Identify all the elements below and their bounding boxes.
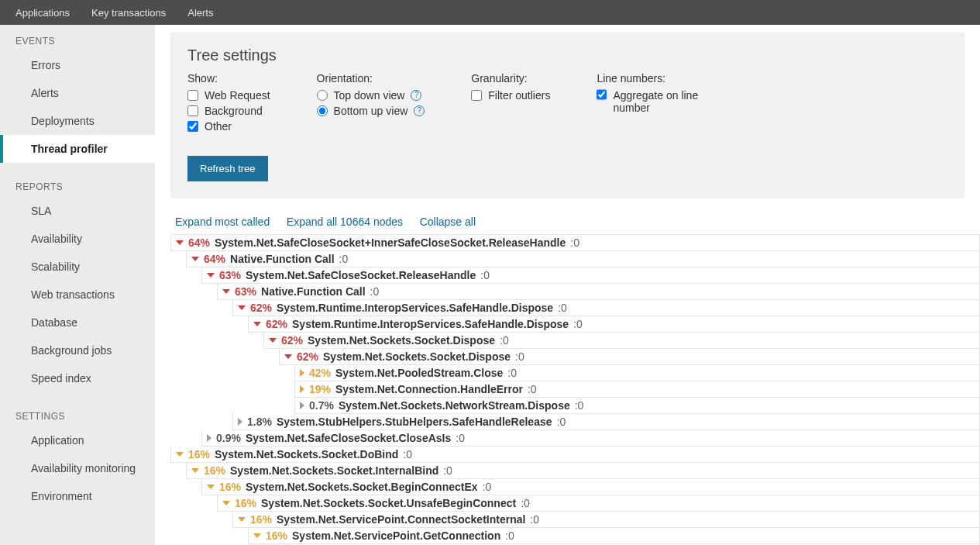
show-background-text: Background — [205, 105, 263, 117]
tree-row[interactable]: 0.7%System.Net.Sockets.NetworkStream.Dis… — [294, 398, 980, 414]
chevron-down-icon[interactable] — [269, 338, 277, 343]
nav-alerts[interactable]: Alerts — [187, 7, 213, 19]
tree-row[interactable]: 16%System.Net.Sockets.Socket.BeginConnec… — [201, 479, 980, 495]
sidebar-item-application[interactable]: Application — [0, 426, 155, 454]
line-suffix: :0 — [528, 383, 537, 395]
show-web-request-checkbox[interactable] — [187, 90, 198, 101]
percentage-value: 62% — [266, 318, 287, 330]
sidebar: EVENTS Errors Alerts Deployments Thread … — [0, 25, 155, 545]
sidebar-item-deployments[interactable]: Deployments — [0, 107, 155, 135]
top-down-radio[interactable] — [317, 90, 328, 101]
tree-row[interactable]: 16%System.Net.Sockets.Socket.InternalBin… — [186, 463, 980, 479]
tree-row[interactable]: 16%System.Net.Sockets.Socket.UnsafeBegin… — [217, 495, 980, 512]
orientation-column: Orientation: Top down view? Bottom up vi… — [317, 72, 425, 134]
sidebar-item-scalability[interactable]: Scalability — [0, 253, 155, 281]
chevron-down-icon[interactable] — [222, 289, 230, 294]
chevron-right-icon[interactable] — [300, 402, 304, 409]
show-background-checkbox[interactable] — [187, 105, 198, 116]
tree-row[interactable]: 63%System.Net.SafeCloseSocket.ReleaseHan… — [201, 267, 980, 284]
percentage-value: 16% — [250, 513, 272, 526]
chevron-down-icon[interactable] — [176, 452, 184, 457]
nav-applications[interactable]: Applications — [15, 7, 70, 19]
granularity-label: Granularity: — [471, 72, 550, 85]
sidebar-item-alerts[interactable]: Alerts — [0, 79, 155, 107]
tree-row[interactable]: 42%System.Net.PooledStream.Close :0 — [294, 365, 980, 381]
chevron-right-icon[interactable] — [300, 385, 304, 393]
tree-row[interactable]: 64%Native.Function Call :0 — [186, 251, 980, 267]
tree-settings-title: Tree settings — [187, 47, 947, 64]
tree-row[interactable]: 16%System.Net.Sockets.Socket.DoBind :0 — [170, 447, 980, 463]
nav-key-transactions[interactable]: Key transactions — [91, 7, 166, 19]
line-suffix: :0 — [456, 432, 465, 444]
bottom-up-radio[interactable] — [317, 105, 328, 116]
help-icon[interactable]: ? — [411, 90, 421, 101]
help-icon[interactable]: ? — [414, 105, 425, 116]
sidebar-item-errors[interactable]: Errors — [0, 51, 155, 79]
tree-row[interactable]: 62%System.Net.Sockets.Socket.Dispose :0 — [263, 333, 980, 349]
tree-row[interactable]: 63%Native.Function Call :0 — [217, 284, 980, 300]
chevron-down-icon[interactable] — [191, 257, 199, 261]
tree-row[interactable]: 19%System.Net.Connection.HandleError :0 — [294, 381, 980, 398]
top-down-text: Top down view — [334, 89, 405, 102]
show-other-checkbox[interactable] — [187, 121, 198, 132]
show-label: Show: — [187, 72, 270, 85]
line-suffix: :0 — [530, 513, 539, 526]
percentage-value: 62% — [250, 302, 272, 314]
function-name: System.Net.Sockets.Socket.InternalBind — [230, 464, 438, 477]
sidebar-item-thread-profiler[interactable]: Thread profiler — [0, 135, 155, 163]
top-down-option[interactable]: Top down view? — [317, 88, 425, 103]
expand-most-called-link[interactable]: Expand most called — [175, 216, 270, 228]
filter-outliers-checkbox[interactable] — [471, 90, 482, 101]
sidebar-item-speed-index[interactable]: Speed index — [0, 364, 155, 392]
refresh-tree-button[interactable]: Refresh tree — [187, 156, 268, 181]
sidebar-item-web-transactions[interactable]: Web transactions — [0, 281, 155, 309]
function-name: Native.Function Call — [261, 285, 366, 298]
chevron-down-icon[interactable] — [222, 501, 230, 505]
expand-all-link[interactable]: Expand all 10664 nodes — [287, 216, 403, 228]
tree-row[interactable]: 64%System.Net.SafeCloseSocket+InnerSafeC… — [170, 234, 980, 251]
percentage-value: 16% — [219, 481, 241, 493]
sidebar-item-sla[interactable]: SLA — [0, 197, 155, 225]
chevron-down-icon[interactable] — [207, 273, 215, 278]
call-tree: 64%System.Net.SafeCloseSocket+InnerSafeC… — [170, 234, 980, 545]
tree-row[interactable]: 62%System.Runtime.InteropServices.SafeHa… — [232, 300, 980, 316]
filter-outliers-option[interactable]: Filter outliers — [471, 88, 550, 103]
tree-row[interactable]: 16%System.Net.ServicePoint.ConnectSocket… — [232, 512, 980, 528]
chevron-right-icon[interactable] — [207, 434, 211, 442]
filter-outliers-text: Filter outliers — [488, 89, 550, 102]
chevron-down-icon[interactable] — [176, 240, 184, 245]
chevron-down-icon[interactable] — [238, 517, 246, 522]
sidebar-item-background-jobs[interactable]: Background jobs — [0, 336, 155, 364]
function-name: System.Net.PooledStream.Close — [335, 367, 503, 379]
aggregate-checkbox[interactable] — [597, 89, 607, 100]
sidebar-item-environment[interactable]: Environment — [0, 482, 155, 510]
sidebar-item-availability[interactable]: Availability — [0, 225, 155, 253]
sidebar-item-database[interactable]: Database — [0, 309, 155, 336]
function-name: System.Net.ServicePoint.GetConnection — [292, 529, 500, 542]
chevron-down-icon[interactable] — [253, 322, 261, 326]
aggregate-option[interactable]: Aggregate on line number — [597, 88, 720, 116]
chevron-right-icon[interactable] — [238, 418, 242, 426]
tree-row[interactable]: 62%System.Net.Sockets.Socket.Dispose :0 — [279, 349, 980, 365]
show-background-option[interactable]: Background — [187, 103, 270, 119]
sidebar-header-events: EVENTS — [0, 31, 155, 51]
orientation-label: Orientation: — [317, 72, 425, 85]
tree-row[interactable]: 62%System.Runtime.InteropServices.SafeHa… — [248, 316, 980, 333]
chevron-down-icon[interactable] — [238, 305, 246, 310]
line-suffix: :0 — [507, 367, 517, 379]
sidebar-item-availability-monitoring[interactable]: Availability monitoring — [0, 454, 155, 482]
bottom-up-option[interactable]: Bottom up view? — [317, 103, 425, 119]
collapse-all-link[interactable]: Collapse all — [420, 216, 476, 228]
chevron-right-icon[interactable] — [300, 369, 304, 377]
tree-row[interactable]: 16%System.Net.ServicePoint.GetConnection… — [248, 528, 980, 544]
sidebar-header-reports: REPORTS — [0, 177, 155, 197]
chevron-down-icon[interactable] — [284, 354, 292, 359]
percentage-value: 63% — [235, 285, 256, 298]
chevron-down-icon[interactable] — [191, 468, 199, 473]
tree-row[interactable]: 0.9%System.Net.SafeCloseSocket.CloseAsIs… — [201, 430, 980, 447]
show-other-option[interactable]: Other — [187, 119, 270, 134]
tree-row[interactable]: 1.8%System.StubHelpers.StubHelpers.SafeH… — [232, 414, 980, 430]
chevron-down-icon[interactable] — [207, 485, 215, 489]
show-web-request-option[interactable]: Web Request — [187, 88, 270, 103]
chevron-down-icon[interactable] — [253, 533, 261, 538]
